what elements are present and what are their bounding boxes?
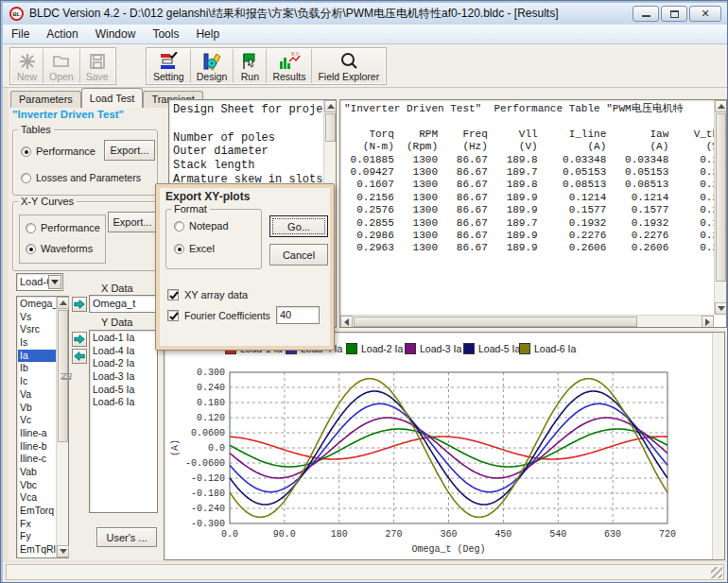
svg-text:0.180: 0.180	[197, 398, 225, 408]
close-button[interactable]: ✕	[689, 6, 721, 22]
xy-export-button[interactable]: Export...	[108, 212, 157, 232]
ydata-item[interactable]: Load-2 Ia	[91, 357, 156, 370]
variable-item[interactable]: Vc	[18, 414, 56, 427]
svg-text:X,Y: X,Y	[291, 52, 300, 57]
field-explorer-button[interactable]: Field Explorer	[312, 49, 385, 83]
variable-item[interactable]: Vab	[18, 466, 56, 479]
scroll-down-button[interactable]	[57, 545, 69, 557]
fourier-coefficients-checkbox[interactable]	[167, 310, 179, 321]
notepad-radio[interactable]	[174, 221, 184, 231]
variables-listbox[interactable]: Omega_VsVsrcIsIaIbIcVaVbVcIline-aIline-b…	[16, 296, 69, 558]
variable-item[interactable]: Omega_	[18, 298, 56, 311]
table-vscrollbar[interactable]	[714, 100, 726, 315]
tab-parameters[interactable]: Parameters	[10, 91, 81, 108]
performance-table-radio-label: Performance	[36, 146, 95, 157]
performance-table-radio[interactable]	[21, 146, 31, 157]
performance-curves-radio[interactable]	[26, 223, 36, 233]
svg-text:180: 180	[331, 529, 348, 540]
scrollbar-thumb[interactable]	[325, 113, 336, 142]
losses-radio[interactable]	[21, 173, 31, 183]
toolbar: New Open Save Setting	[3, 44, 727, 88]
load-select-dropdown-button[interactable]	[48, 275, 61, 289]
menu-window[interactable]: Window	[87, 25, 145, 43]
go-button[interactable]: Go...	[269, 215, 328, 237]
open-button[interactable]: Open	[43, 49, 80, 83]
menu-tools[interactable]: Tools	[144, 25, 187, 43]
scroll-down-button[interactable]	[715, 302, 727, 315]
losses-radio-label: Losses and Parameters	[36, 172, 141, 183]
arrow-right-icon	[73, 334, 86, 345]
chart-scrollbar[interactable]	[712, 333, 724, 559]
format-group-label: Format	[171, 203, 210, 214]
tables-group-label: Tables	[18, 124, 54, 135]
load-select[interactable]: Load-6	[16, 273, 63, 291]
variable-item[interactable]: Vs	[18, 311, 56, 324]
menu-file[interactable]: File	[3, 25, 38, 43]
scroll-up-button[interactable]	[715, 100, 727, 112]
variable-item[interactable]: Vsrc	[18, 323, 56, 336]
scroll-up-button[interactable]	[57, 297, 69, 309]
results-button[interactable]: X,Y Results	[267, 49, 312, 83]
svg-text:360: 360	[440, 529, 457, 540]
variable-item[interactable]: Ic	[18, 375, 56, 388]
scroll-left-button[interactable]	[340, 316, 353, 328]
design-button[interactable]: Design	[191, 49, 234, 83]
triangle-up-icon	[60, 300, 67, 305]
maximize-button[interactable]	[661, 6, 687, 22]
ydata-item[interactable]: Load-4 Ia	[91, 345, 156, 358]
variables-scrollbar[interactable]	[56, 297, 68, 557]
cancel-button[interactable]: Cancel	[269, 244, 328, 266]
ydata-item[interactable]: Load-1 Ia	[91, 332, 156, 345]
xdata-assign-button[interactable]	[72, 297, 87, 312]
variable-item[interactable]: Va	[18, 388, 56, 402]
waveforms-radio[interactable]	[26, 244, 36, 254]
app-logo-icon: BL	[9, 7, 24, 21]
chevron-down-icon	[51, 280, 59, 284]
variable-item[interactable]: EmTorq	[18, 505, 56, 518]
svg-text:0.0: 0.0	[221, 529, 238, 540]
variable-item[interactable]: Vca	[18, 491, 56, 505]
scrollbar-thumb[interactable]	[716, 113, 726, 282]
performance-table-panel[interactable]: "Inverter Driven Test" Performance Table…	[339, 99, 727, 328]
ydata-listbox[interactable]: Load-1 IaLoad-4 IaLoad-2 IaLoad-3 IaLoad…	[89, 330, 158, 513]
status-field	[6, 564, 724, 580]
variable-item[interactable]: Is	[18, 336, 56, 350]
ydata-remove-button[interactable]	[72, 349, 87, 364]
scroll-up-button[interactable]	[324, 100, 337, 112]
excel-radio[interactable]	[174, 244, 184, 254]
xdata-field[interactable]: Omega_t	[89, 295, 158, 313]
variable-item[interactable]: Ia	[18, 350, 56, 363]
xy-curves-group-label: X-Y Curves	[18, 196, 77, 207]
minimize-button[interactable]	[633, 6, 659, 22]
ydata-item[interactable]: Load-3 Ia	[91, 370, 156, 384]
variable-item[interactable]: Iline-c	[18, 453, 56, 466]
table-hscrollbar[interactable]	[340, 315, 714, 327]
menu-help[interactable]: Help	[187, 25, 228, 43]
ydata-item[interactable]: Load-5 Ia	[91, 384, 156, 397]
variable-item[interactable]: Vbc	[18, 479, 56, 492]
new-button[interactable]: New	[11, 49, 43, 83]
variable-item[interactable]: Iline-b	[18, 440, 56, 454]
fourier-coefficients-field[interactable]: 40	[276, 306, 320, 324]
save-button[interactable]: Save	[80, 49, 114, 83]
variable-item[interactable]: Fy	[18, 530, 56, 543]
ydata-add-button[interactable]	[72, 332, 87, 347]
variable-item[interactable]: Fx	[18, 518, 56, 531]
xy-array-data-checkbox[interactable]	[167, 289, 179, 300]
variable-item[interactable]: Ib	[18, 362, 56, 375]
setting-button[interactable]: Setting	[147, 49, 191, 83]
tab-load-test[interactable]: Load Test	[81, 88, 144, 108]
scrollbar-thumb[interactable]	[58, 310, 68, 442]
resize-grip[interactable]	[711, 567, 722, 578]
menu-action[interactable]: Action	[38, 25, 86, 43]
ydata-item[interactable]: Load-6 Ia	[91, 396, 156, 409]
run-button[interactable]: Run	[234, 49, 267, 83]
scrollbar-thumb[interactable]	[354, 317, 637, 327]
scroll-right-button[interactable]	[702, 316, 714, 328]
main-toolbar-group: Setting Design Run	[147, 48, 386, 84]
variable-item[interactable]: Iline-a	[18, 427, 56, 440]
tables-export-button[interactable]: Export...	[104, 140, 155, 161]
users-button[interactable]: User's ...	[96, 527, 157, 547]
variable-item[interactable]: EmTqRl	[18, 543, 56, 557]
variable-item[interactable]: Vb	[18, 402, 56, 415]
